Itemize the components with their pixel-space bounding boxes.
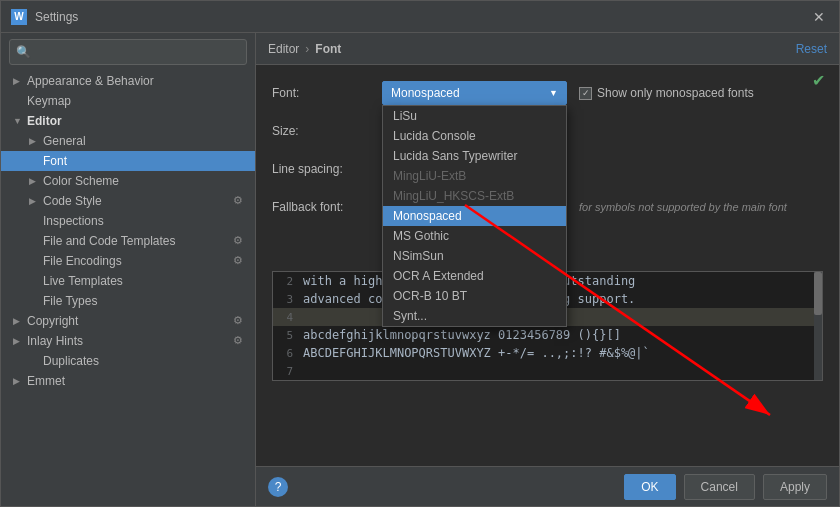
bottom-bar: ? OK Cancel Apply: [256, 466, 839, 506]
line-spacing-label: Line spacing:: [272, 162, 382, 176]
cancel-button[interactable]: Cancel: [684, 474, 755, 500]
title-bar: W Settings ✕: [1, 1, 839, 33]
dropdown-item-synt[interactable]: Synt...: [383, 306, 566, 326]
line-number: 4: [273, 310, 293, 324]
font-control: Monospaced ▼ LiSuLucida ConsoleLucida Sa…: [382, 81, 823, 105]
sidebar-item-inlay-hints[interactable]: ▶Inlay Hints⚙: [1, 331, 255, 351]
close-button[interactable]: ✕: [809, 7, 829, 27]
sidebar-item-color-scheme[interactable]: ▶Color Scheme: [1, 171, 255, 191]
sidebar-tree: ▶Appearance & BehaviorKeymap▼Editor▶Gene…: [1, 71, 255, 391]
sidebar-item-duplicates[interactable]: Duplicates: [1, 351, 255, 371]
settings-gear-icon: ⚙: [233, 314, 247, 328]
sidebar-item-label: Font: [43, 154, 247, 168]
sidebar-item-label: File Encodings: [43, 254, 233, 268]
font-dropdown-value: Monospaced: [391, 86, 460, 100]
sidebar-arrow-icon: ▶: [13, 336, 25, 346]
sidebar-item-file-code-templates[interactable]: File and Code Templates⚙: [1, 231, 255, 251]
settings-window: W Settings ✕ 🔍 ▶Appearance & BehaviorKey…: [0, 0, 840, 507]
app-icon: W: [11, 9, 27, 25]
sidebar-item-file-types[interactable]: File Types: [1, 291, 255, 311]
sidebar-item-label: Appearance & Behavior: [27, 74, 247, 88]
dropdown-item-monospaced[interactable]: Monospaced: [383, 206, 566, 226]
breadcrumb-separator: ›: [305, 42, 309, 56]
sidebar-item-label: Live Templates: [43, 274, 247, 288]
dropdown-item-nsimsun[interactable]: NSimSun: [383, 246, 566, 266]
font-dropdown-wrapper: Monospaced ▼ LiSuLucida ConsoleLucida Sa…: [382, 81, 567, 105]
sidebar-item-keymap[interactable]: Keymap: [1, 91, 255, 111]
monospaced-label: Show only monospaced fonts: [597, 86, 754, 100]
line-number: 5: [273, 328, 293, 342]
line-number: 3: [273, 292, 293, 306]
sidebar-arrow-icon: ▶: [29, 176, 41, 186]
sidebar-arrow-icon: ▶: [13, 76, 25, 86]
settings-gear-icon: ⚙: [233, 234, 247, 248]
sidebar-item-label: Code Style: [43, 194, 233, 208]
sidebar-item-live-templates[interactable]: Live Templates: [1, 271, 255, 291]
sidebar-item-label: Duplicates: [43, 354, 247, 368]
sidebar-item-copyright[interactable]: ▶Copyright⚙: [1, 311, 255, 331]
size-label: Size:: [272, 124, 382, 138]
reset-button[interactable]: Reset: [796, 42, 827, 56]
dropdown-item-ocr-b[interactable]: OCR-B 10 BT: [383, 286, 566, 306]
settings-gear-icon: ⚙: [233, 194, 247, 208]
search-box[interactable]: 🔍: [9, 39, 247, 65]
ok-button[interactable]: OK: [624, 474, 675, 500]
sidebar-item-file-encodings[interactable]: File Encodings⚙: [1, 251, 255, 271]
line-number: 7: [273, 364, 293, 378]
sidebar-item-label: File and Code Templates: [43, 234, 233, 248]
sidebar-item-label: Copyright: [27, 314, 233, 328]
apply-button[interactable]: Apply: [763, 474, 827, 500]
dropdown-item-lisu[interactable]: LiSu: [383, 106, 566, 126]
line-content: abcdefghijklmnopqrstuvwxyz 0123456789 ()…: [303, 328, 822, 342]
sidebar-item-editor[interactable]: ▼Editor: [1, 111, 255, 131]
preview-scrollbar[interactable]: [814, 272, 822, 380]
sidebar-item-label: General: [43, 134, 247, 148]
dropdown-arrow-icon: ▼: [549, 88, 558, 98]
line-content: ABCDEFGHIJKLMNOPQRSTUVWXYZ +-*/= ..,;:!?…: [303, 346, 822, 360]
sidebar-item-inspections[interactable]: Inspections: [1, 211, 255, 231]
sidebar: 🔍 ▶Appearance & BehaviorKeymap▼Editor▶Ge…: [1, 33, 256, 506]
settings-content: Font: Monospaced ▼ LiSuLucida ConsoleLuc…: [256, 65, 839, 466]
sidebar-item-code-style[interactable]: ▶Code Style⚙: [1, 191, 255, 211]
main-content: 🔍 ▶Appearance & BehaviorKeymap▼Editor▶Ge…: [1, 33, 839, 506]
dropdown-item-mingliu-hkscs[interactable]: MingLiU_HKSCS-ExtB: [383, 186, 566, 206]
line-content: [303, 364, 822, 378]
font-dropdown-list: LiSuLucida ConsoleLucida Sans Typewriter…: [382, 105, 567, 327]
sidebar-arrow-icon: ▼: [13, 116, 25, 126]
dropdown-item-mingliu-extb[interactable]: MingLiU-ExtB: [383, 166, 566, 186]
help-button[interactable]: ?: [268, 477, 288, 497]
fallback-label: Fallback font:: [272, 200, 382, 214]
monospaced-checkbox-row: Show only monospaced fonts: [579, 86, 754, 100]
breadcrumb-bar: Editor › Font Reset: [256, 33, 839, 65]
fallback-hint: for symbols not supported by the main fo…: [579, 201, 787, 213]
sidebar-item-emmet[interactable]: ▶Emmet: [1, 371, 255, 391]
search-icon: 🔍: [16, 45, 31, 59]
sidebar-arrow-icon: ▶: [29, 196, 41, 206]
settings-gear-icon: ⚙: [233, 254, 247, 268]
dropdown-item-ocr-a[interactable]: OCR A Extended: [383, 266, 566, 286]
monospaced-checkbox[interactable]: [579, 87, 592, 100]
breadcrumb-parent: Editor: [268, 42, 299, 56]
sidebar-arrow-icon: ▶: [13, 376, 25, 386]
font-dropdown[interactable]: Monospaced ▼: [382, 81, 567, 105]
preview-line: 5abcdefghijklmnopqrstuvwxyz 0123456789 (…: [273, 326, 822, 344]
dropdown-item-lucida-console[interactable]: Lucida Console: [383, 126, 566, 146]
sidebar-item-font[interactable]: Font: [1, 151, 255, 171]
dropdown-item-lucida-sans[interactable]: Lucida Sans Typewriter: [383, 146, 566, 166]
breadcrumb-current: Font: [315, 42, 341, 56]
sidebar-item-general[interactable]: ▶General: [1, 131, 255, 151]
font-row: Font: Monospaced ▼ LiSuLucida ConsoleLuc…: [272, 81, 823, 105]
sidebar-arrow-icon: ▶: [13, 316, 25, 326]
sidebar-item-label: Color Scheme: [43, 174, 247, 188]
sidebar-item-appearance[interactable]: ▶Appearance & Behavior: [1, 71, 255, 91]
sidebar-item-label: Editor: [27, 114, 247, 128]
main-panel: Editor › Font Reset Font: Monospaced ▼: [256, 33, 839, 506]
line-number: 6: [273, 346, 293, 360]
scrollbar-thumb: [814, 272, 822, 315]
dropdown-item-ms-gothic[interactable]: MS Gothic: [383, 226, 566, 246]
preview-line: 7: [273, 362, 822, 380]
font-label: Font:: [272, 86, 382, 100]
breadcrumb: Editor › Font: [268, 42, 341, 56]
line-number: 2: [273, 274, 293, 288]
preview-line: 6ABCDEFGHIJKLMNOPQRSTUVWXYZ +-*/= ..,;:!…: [273, 344, 822, 362]
